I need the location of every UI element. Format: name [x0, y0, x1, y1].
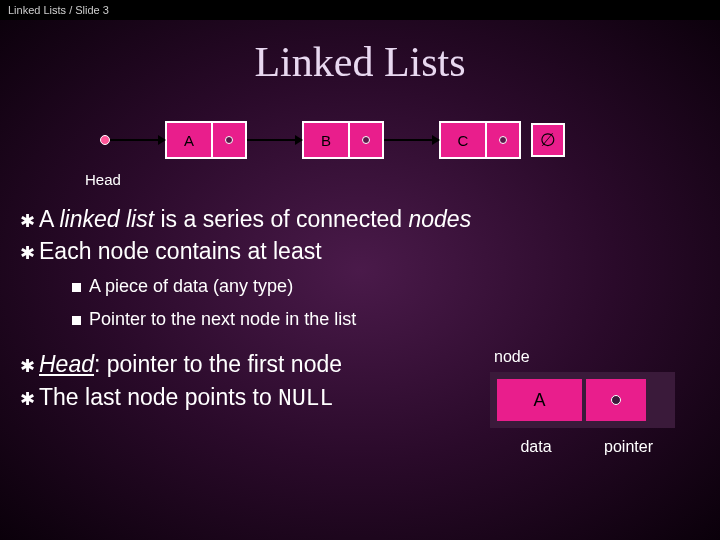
bullet-definition: ✱A linked list is a series of connected …: [20, 203, 700, 235]
sub-bullet-pointer: Pointer to the next node in the list: [72, 306, 700, 333]
node-pointer: [350, 123, 382, 157]
arrow-icon: [110, 139, 165, 141]
node-data: A: [167, 123, 213, 157]
list-node: B: [302, 121, 384, 159]
node-pointer: [487, 123, 519, 157]
head-pointer-label: Head: [85, 171, 720, 188]
pointer-dot-icon: [362, 136, 370, 144]
node-figure-data: A: [497, 379, 582, 421]
pointer-dot-icon: [499, 136, 507, 144]
node-figure-labels: data pointer: [490, 438, 675, 456]
node-figure: node A data pointer: [490, 348, 675, 456]
square-icon: [72, 316, 81, 325]
sub-bullet-data: A piece of data (any type): [72, 273, 700, 300]
bullet-each-node: ✱Each node contains at least: [20, 235, 700, 267]
star-icon: ✱: [20, 243, 35, 263]
null-terminator: ∅: [531, 123, 565, 157]
slide-content: ✱A linked list is a series of connected …: [20, 203, 700, 456]
star-icon: ✱: [20, 356, 35, 376]
list-node: A: [165, 121, 247, 159]
star-icon: ✱: [20, 389, 35, 409]
label-pointer: pointer: [582, 438, 675, 456]
pointer-dot-icon: [611, 395, 621, 405]
node-pointer: [213, 123, 245, 157]
square-icon: [72, 283, 81, 292]
node-figure-caption: node: [494, 348, 675, 366]
bullet-last-node: ✱The last node points to NULL: [20, 381, 490, 415]
arrow-icon: [247, 139, 302, 141]
linked-list-diagram: A B C ∅: [100, 121, 720, 159]
star-icon: ✱: [20, 211, 35, 231]
list-node: C: [439, 121, 521, 159]
arrow-icon: [384, 139, 439, 141]
node-figure-pointer: [586, 379, 646, 421]
node-data: C: [441, 123, 487, 157]
page-title: Linked Lists: [0, 38, 720, 86]
breadcrumb: Linked Lists / Slide 3: [0, 0, 720, 20]
pointer-dot-icon: [225, 136, 233, 144]
head-dot-icon: [100, 135, 110, 145]
label-data: data: [490, 438, 582, 456]
bullet-head: ✱Head: pointer to the first node: [20, 348, 490, 380]
node-figure-box: A: [490, 372, 675, 428]
node-data: B: [304, 123, 350, 157]
bottom-bullets: ✱Head: pointer to the first node ✱The la…: [20, 348, 490, 414]
